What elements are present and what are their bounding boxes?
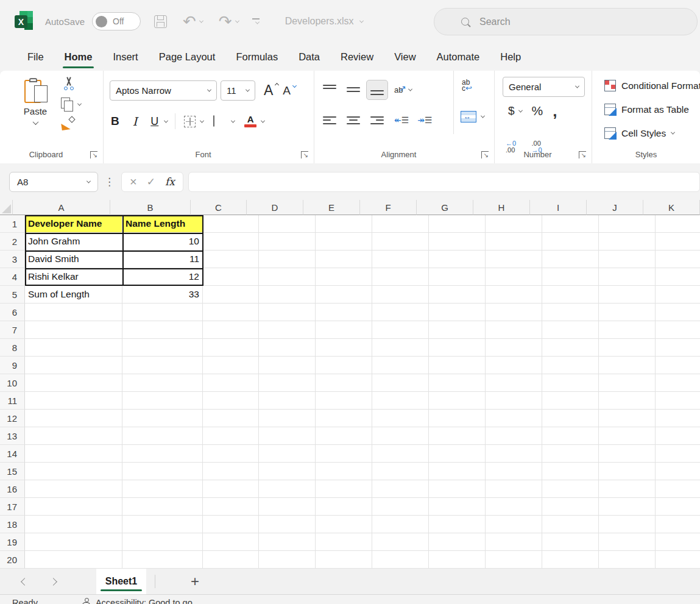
- row-header-19[interactable]: 19: [0, 533, 25, 551]
- cell-H20[interactable]: [486, 551, 542, 569]
- cell-I3[interactable]: [542, 250, 599, 268]
- cell-F3[interactable]: [372, 250, 429, 268]
- fill-color-icon[interactable]: [213, 116, 227, 127]
- accessibility-status[interactable]: Accessibility: Good to go: [96, 598, 193, 604]
- col-header-H[interactable]: H: [473, 200, 530, 215]
- cell-H13[interactable]: [486, 427, 542, 445]
- cell-I10[interactable]: [542, 374, 599, 392]
- cell-E1[interactable]: [316, 215, 372, 233]
- cell-B3[interactable]: 11: [122, 250, 203, 268]
- cell-H3[interactable]: [486, 250, 542, 268]
- cell-H8[interactable]: [486, 339, 542, 357]
- col-header-J[interactable]: J: [587, 200, 643, 215]
- cell-H14[interactable]: [486, 445, 542, 463]
- cell-I11[interactable]: [542, 392, 599, 410]
- cell-F20[interactable]: [372, 551, 429, 569]
- cell-C19[interactable]: [203, 533, 259, 551]
- customize-toolbar-icon[interactable]: [252, 18, 260, 24]
- tab-page-layout[interactable]: Page Layout: [149, 43, 226, 71]
- cell-A14[interactable]: [25, 445, 122, 463]
- document-title[interactable]: Developers.xlsx: [285, 16, 363, 27]
- paste-button[interactable]: Paste: [18, 78, 52, 127]
- cell-D14[interactable]: [259, 445, 316, 463]
- cell-J16[interactable]: [599, 480, 656, 498]
- cell-F18[interactable]: [372, 516, 429, 533]
- cell-I5[interactable]: [542, 286, 599, 304]
- cell-I9[interactable]: [542, 357, 599, 374]
- font-name-select[interactable]: Aptos Narrow: [110, 80, 217, 101]
- cell-J18[interactable]: [599, 516, 656, 533]
- row-header-14[interactable]: 14: [0, 445, 25, 463]
- tab-data[interactable]: Data: [288, 43, 330, 71]
- name-box[interactable]: A8: [9, 172, 98, 192]
- cell-K11[interactable]: [656, 392, 700, 410]
- top-align-button[interactable]: [323, 85, 336, 95]
- cell-F1[interactable]: [372, 215, 429, 233]
- cell-B20[interactable]: [122, 551, 203, 569]
- underline-button[interactable]: U: [150, 115, 158, 128]
- cell-G14[interactable]: [429, 445, 486, 463]
- cell-E2[interactable]: [316, 233, 372, 250]
- row-header-11[interactable]: 11: [0, 392, 25, 410]
- cell-E5[interactable]: [316, 286, 372, 304]
- col-header-A[interactable]: A: [13, 200, 110, 215]
- cell-I1[interactable]: [542, 215, 599, 233]
- cell-B4[interactable]: 12: [122, 268, 203, 286]
- borders-dropdown[interactable]: [200, 118, 204, 123]
- cell-C18[interactable]: [203, 516, 259, 533]
- cell-K13[interactable]: [656, 427, 700, 445]
- cell-F13[interactable]: [372, 427, 429, 445]
- wrap-text-button[interactable]: ab c↩: [462, 79, 472, 91]
- cell-F17[interactable]: [372, 498, 429, 516]
- cell-G18[interactable]: [429, 516, 486, 533]
- col-header-I[interactable]: I: [530, 200, 587, 215]
- undo-icon[interactable]: ↶: [183, 15, 196, 27]
- cell-J7[interactable]: [599, 321, 656, 339]
- cell-K4[interactable]: [656, 268, 700, 286]
- cell-F10[interactable]: [372, 374, 429, 392]
- cell-E13[interactable]: [316, 427, 372, 445]
- cell-J15[interactable]: [599, 463, 656, 480]
- cell-E15[interactable]: [316, 463, 372, 480]
- currency-button[interactable]: $: [508, 104, 515, 118]
- cell-D4[interactable]: [259, 268, 316, 286]
- row-header-4[interactable]: 4: [0, 268, 25, 286]
- cell-K19[interactable]: [656, 533, 700, 551]
- cell-F7[interactable]: [372, 321, 429, 339]
- decrease-font-button[interactable]: A: [283, 84, 291, 98]
- cell-J2[interactable]: [599, 233, 656, 250]
- cell-C15[interactable]: [203, 463, 259, 480]
- cell-G20[interactable]: [429, 551, 486, 569]
- cell-C8[interactable]: [203, 339, 259, 357]
- decrease-indent-button[interactable]: ↞☰: [394, 115, 409, 125]
- cell-E8[interactable]: [316, 339, 372, 357]
- cell-A12[interactable]: [25, 410, 122, 427]
- cell-F9[interactable]: [372, 357, 429, 374]
- copy-icon[interactable]: [61, 98, 73, 111]
- cell-C20[interactable]: [203, 551, 259, 569]
- cell-F5[interactable]: [372, 286, 429, 304]
- cell-K10[interactable]: [656, 374, 700, 392]
- row-header-1[interactable]: 1: [0, 215, 25, 233]
- cell-C9[interactable]: [203, 357, 259, 374]
- col-header-G[interactable]: G: [417, 200, 473, 215]
- cell-B11[interactable]: [122, 392, 203, 410]
- cell-D20[interactable]: [259, 551, 316, 569]
- cell-H10[interactable]: [486, 374, 542, 392]
- fill-color-dropdown[interactable]: [231, 118, 235, 123]
- tab-review[interactable]: Review: [330, 43, 384, 71]
- cell-K5[interactable]: [656, 286, 700, 304]
- cell-J9[interactable]: [599, 357, 656, 374]
- cell-G6[interactable]: [429, 304, 486, 321]
- cell-H6[interactable]: [486, 304, 542, 321]
- cell-B16[interactable]: [122, 480, 203, 498]
- row-header-9[interactable]: 9: [0, 357, 25, 374]
- cell-H2[interactable]: [486, 233, 542, 250]
- cell-E19[interactable]: [316, 533, 372, 551]
- cell-G12[interactable]: [429, 410, 486, 427]
- cell-H5[interactable]: [486, 286, 542, 304]
- cell-K3[interactable]: [656, 250, 700, 268]
- cell-A10[interactable]: [25, 374, 122, 392]
- col-header-B[interactable]: B: [110, 200, 191, 215]
- autosave-toggle[interactable]: Off: [92, 12, 141, 30]
